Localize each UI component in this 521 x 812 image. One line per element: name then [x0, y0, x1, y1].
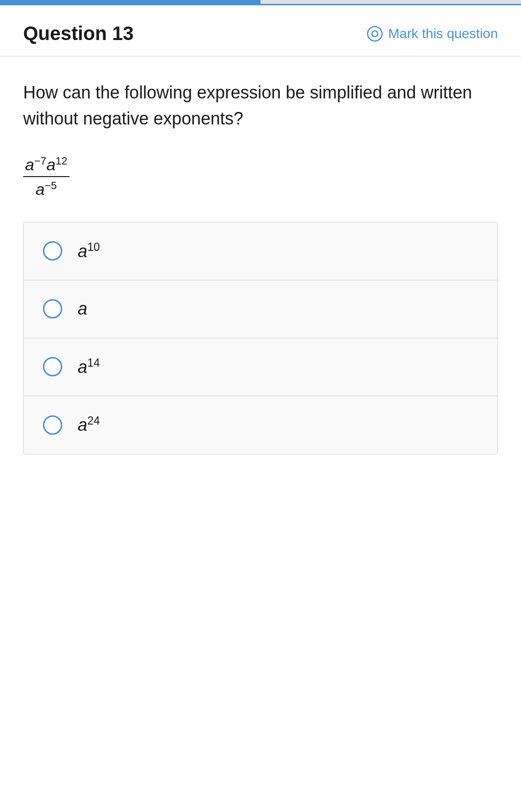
numerator-term1: a−7a12: [25, 155, 68, 174]
svg-point-1: [372, 31, 378, 37]
option-label-b: a: [78, 299, 87, 319]
option-row-d[interactable]: a24: [24, 396, 497, 454]
question-text: How can the following expression be simp…: [23, 80, 498, 132]
options-container: a10 a a14 a24: [23, 222, 498, 454]
fraction-denominator: a−5: [34, 177, 59, 198]
expression-container: a−7a12 a−5: [23, 155, 498, 199]
mark-question-icon: [366, 25, 384, 42]
denominator-term: a−5: [36, 180, 57, 198]
option-radio-b[interactable]: [43, 299, 62, 318]
question-number: Question 13: [23, 23, 134, 44]
page-container: Question 13 Mark this question How can t…: [0, 0, 521, 812]
fraction: a−7a12 a−5: [23, 155, 69, 199]
tab-active[interactable]: [0, 0, 260, 4]
option-radio-a[interactable]: [43, 241, 62, 261]
question-body: How can the following expression be simp…: [0, 56, 521, 470]
tab-inactive[interactable]: [260, 0, 521, 4]
option-label-a: a10: [78, 241, 100, 261]
mark-question-button[interactable]: Mark this question: [366, 25, 498, 42]
tab-bar: [0, 0, 521, 5]
option-label-c: a14: [78, 357, 100, 377]
option-radio-d[interactable]: [43, 415, 62, 435]
option-radio-c[interactable]: [43, 357, 62, 376]
question-header: Question 13 Mark this question: [0, 5, 521, 56]
mark-question-label: Mark this question: [388, 26, 498, 41]
option-row-b[interactable]: a: [24, 280, 497, 338]
option-label-d: a24: [78, 414, 100, 435]
svg-point-0: [368, 27, 382, 41]
fraction-numerator: a−7a12: [23, 155, 69, 177]
option-row-a[interactable]: a10: [24, 222, 497, 280]
option-row-c[interactable]: a14: [24, 338, 497, 396]
